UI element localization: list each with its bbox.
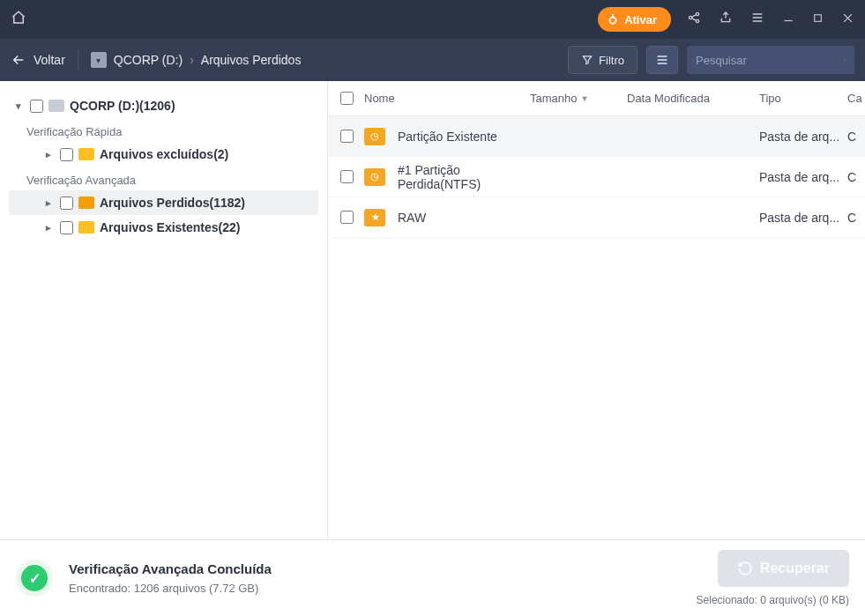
titlebar: Ativar bbox=[0, 0, 865, 39]
folder-icon bbox=[364, 209, 385, 226]
status-text: Verificação Avançada Concluída Encontrad… bbox=[69, 561, 272, 595]
column-type[interactable]: Tipo bbox=[759, 92, 847, 105]
filter-button[interactable]: Filtro bbox=[568, 46, 638, 74]
cell-name: RAW bbox=[398, 211, 530, 225]
cell-name: Partição Existente bbox=[398, 130, 530, 144]
tree-checkbox[interactable] bbox=[60, 221, 73, 234]
tree-item-label: Arquivos Perdidos(1182) bbox=[100, 196, 245, 210]
svg-rect-4 bbox=[815, 15, 822, 22]
table-row[interactable]: RAWPasta de arq...C bbox=[328, 197, 865, 238]
breadcrumb: ▾ QCORP (D:) › Arquivos Perdidos bbox=[91, 52, 302, 68]
sort-desc-icon: ▼ bbox=[580, 94, 588, 103]
chevron-right-icon[interactable]: ▸ bbox=[42, 197, 55, 209]
chevron-down-icon[interactable]: ▾ bbox=[12, 100, 25, 112]
cell-path: C bbox=[847, 211, 865, 225]
drive-icon bbox=[48, 100, 64, 112]
recover-label: Recuperar bbox=[760, 560, 830, 576]
tree-item-label: Arquivos Existentes(22) bbox=[100, 220, 241, 234]
tree-root[interactable]: ▾ QCORP (D:)(1206) bbox=[9, 93, 318, 118]
cell-type: Pasta de arq... bbox=[759, 170, 847, 184]
share-icon[interactable] bbox=[687, 11, 701, 28]
tree-root-label: QCORP (D:)(1206) bbox=[70, 99, 175, 113]
search-icon[interactable] bbox=[844, 53, 846, 67]
check-icon: ✓ bbox=[21, 565, 48, 591]
view-mode-button[interactable] bbox=[646, 46, 678, 74]
file-list: Nome Tamanho▼ Data Modificada Tipo Ca Pa… bbox=[328, 81, 865, 539]
chevron-right-icon: › bbox=[190, 53, 194, 67]
file-list-header: Nome Tamanho▼ Data Modificada Tipo Ca bbox=[328, 81, 865, 116]
row-checkbox[interactable] bbox=[340, 211, 354, 224]
minimize-icon[interactable] bbox=[782, 11, 794, 27]
cell-type: Pasta de arq... bbox=[759, 130, 847, 144]
file-list-body: Partição ExistentePasta de arq...C#1 Par… bbox=[328, 116, 865, 539]
close-icon[interactable] bbox=[841, 11, 854, 28]
svg-point-5 bbox=[844, 59, 845, 60]
menu-icon[interactable] bbox=[750, 11, 764, 28]
recover-button[interactable]: Recuperar bbox=[718, 550, 849, 587]
column-path[interactable]: Ca bbox=[847, 92, 865, 105]
column-size[interactable]: Tamanho▼ bbox=[530, 92, 627, 105]
search-box[interactable] bbox=[687, 46, 854, 74]
folder-icon bbox=[78, 148, 94, 160]
folder-icon bbox=[78, 221, 94, 234]
status-subtitle: Encontrado: 1206 arquivos (7.72 GB) bbox=[69, 582, 272, 595]
success-badge: ✓ bbox=[16, 560, 53, 597]
window-controls bbox=[687, 11, 854, 28]
cell-type: Pasta de arq... bbox=[759, 211, 847, 225]
tree-checkbox[interactable] bbox=[60, 148, 73, 161]
chevron-right-icon[interactable]: ▸ bbox=[42, 149, 55, 160]
export-icon[interactable] bbox=[719, 11, 733, 28]
table-row[interactable]: Partição ExistentePasta de arq...C bbox=[328, 116, 865, 157]
separator bbox=[78, 50, 78, 70]
tree-item-adv[interactable]: ▸Arquivos Perdidos(1182) bbox=[9, 190, 318, 215]
status-title: Verificação Avançada Concluída bbox=[69, 561, 272, 576]
main-area: ▾ QCORP (D:)(1206) Verificação Rápida ▸ … bbox=[0, 81, 865, 539]
folder-icon bbox=[364, 128, 385, 145]
row-checkbox[interactable] bbox=[340, 130, 354, 143]
back-button[interactable]: Voltar bbox=[11, 52, 65, 68]
folder-icon bbox=[364, 168, 385, 186]
sidebar: ▾ QCORP (D:)(1206) Verificação Rápida ▸ … bbox=[0, 81, 328, 539]
breadcrumb-section[interactable]: Arquivos Perdidos bbox=[201, 53, 302, 67]
chevron-right-icon[interactable]: ▸ bbox=[42, 222, 55, 234]
row-checkbox[interactable] bbox=[340, 170, 354, 183]
select-all-checkbox[interactable] bbox=[340, 92, 354, 105]
cell-path: C bbox=[847, 130, 865, 144]
column-date[interactable]: Data Modificada bbox=[627, 92, 759, 105]
tree-item-adv[interactable]: ▸Arquivos Existentes(22) bbox=[9, 215, 318, 240]
back-label: Voltar bbox=[34, 53, 65, 67]
tree-group-advanced: Verificação Avançada bbox=[9, 167, 318, 190]
tree-root-checkbox[interactable] bbox=[30, 100, 43, 113]
tree-item-deleted[interactable]: ▸ Arquivos excluídos(2) bbox=[9, 142, 318, 167]
table-row[interactable]: #1 Partição Perdida(NTFS)Pasta de arq...… bbox=[328, 157, 865, 197]
toolbar: Voltar ▾ QCORP (D:) › Arquivos Perdidos … bbox=[0, 39, 865, 81]
activate-label: Ativar bbox=[624, 13, 657, 26]
column-name[interactable]: Nome bbox=[364, 92, 530, 105]
statusbar: ✓ Verificação Avançada Concluída Encontr… bbox=[0, 539, 865, 616]
activate-button[interactable]: Ativar bbox=[598, 7, 671, 32]
filter-label: Filtro bbox=[599, 54, 624, 67]
svg-point-0 bbox=[610, 18, 616, 24]
breadcrumb-drive[interactable]: QCORP (D:) bbox=[114, 53, 183, 67]
folder-icon bbox=[78, 197, 94, 209]
tree-group-quick: Verificação Rápida bbox=[9, 118, 318, 142]
search-input[interactable] bbox=[696, 54, 844, 67]
maximize-icon[interactable] bbox=[812, 11, 824, 27]
tree-item-label: Arquivos excluídos(2) bbox=[100, 147, 228, 161]
drive-icon: ▾ bbox=[91, 52, 107, 68]
cell-name: #1 Partição Perdida(NTFS) bbox=[398, 163, 530, 191]
cell-path: C bbox=[847, 170, 865, 184]
selected-count: Selecionado: 0 arquivo(s) (0 KB) bbox=[697, 594, 849, 606]
home-icon[interactable] bbox=[11, 10, 26, 30]
tree-checkbox[interactable] bbox=[60, 197, 73, 210]
